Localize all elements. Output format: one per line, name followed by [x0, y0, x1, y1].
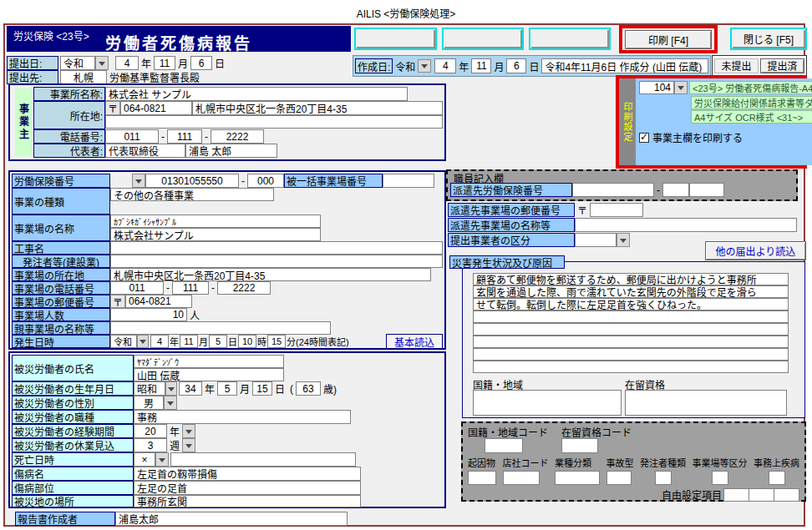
- injury-part-field[interactable]: 左足の足首: [134, 481, 361, 495]
- industry-code-field[interactable]: [555, 471, 600, 485]
- nationality-code-field[interactable]: [485, 438, 523, 453]
- creation-year-field[interactable]: 4: [434, 58, 456, 73]
- reporter-field[interactable]: 浦島太郎: [115, 512, 348, 526]
- insurance-branch-field[interactable]: 000: [247, 174, 284, 188]
- dispatch-insurance-field[interactable]: [572, 183, 654, 197]
- workplace-tel1-field[interactable]: 011: [110, 281, 164, 295]
- chevron-down-icon[interactable]: [137, 335, 149, 348]
- chevron-down-icon[interactable]: [182, 438, 195, 452]
- checkbox-checked-icon[interactable]: [639, 133, 649, 143]
- death-flag-field[interactable]: ×: [134, 452, 155, 467]
- nationality-field[interactable]: [473, 390, 622, 416]
- workplace-address-field[interactable]: 札幌市中央区北一条西20丁目4-35: [110, 268, 431, 281]
- employer-rep-title-field[interactable]: 代表取締役: [105, 144, 185, 158]
- dispatch-name-field[interactable]: [575, 218, 797, 232]
- employer-tel2-field[interactable]: 111: [167, 129, 202, 144]
- accident-line[interactable]: せて転倒。転倒した際に左足足首を強くひねった。: [473, 298, 789, 310]
- print-form-no-field[interactable]: 104: [639, 81, 674, 94]
- workplace-postal-field[interactable]: 064-0821: [125, 295, 192, 308]
- employer-address2-field[interactable]: [105, 115, 443, 129]
- residence-code-field[interactable]: [561, 438, 598, 453]
- occurrence-hour-field[interactable]: 10: [238, 335, 256, 348]
- chevron-down-icon[interactable]: [674, 81, 688, 94]
- accident-place-field[interactable]: 事務所玄関: [134, 495, 361, 507]
- victim-age-field[interactable]: 63: [296, 381, 321, 396]
- victim-gender-field[interactable]: 男: [134, 396, 164, 410]
- victim-name-field[interactable]: 山田 伝蔵: [134, 368, 284, 381]
- occurrence-minute-field[interactable]: 15: [267, 335, 286, 348]
- print-button[interactable]: 印刷 [F4]: [625, 30, 712, 49]
- chevron-down-icon[interactable]: [155, 452, 169, 467]
- submission-month-field[interactable]: 11: [154, 56, 175, 70]
- free-setting-field-1[interactable]: [723, 488, 749, 502]
- injury-name-field[interactable]: 左足首の靱帯損傷: [134, 467, 361, 481]
- batch-no-field[interactable]: [383, 174, 434, 188]
- accident-line[interactable]: 顧客あて郵便物を郵送するため、郵便局に出かけようと事務所: [473, 273, 789, 285]
- load-other-report-button[interactable]: 他の届出より読込: [705, 241, 806, 260]
- dispatch-insurance-sub1-field[interactable]: [662, 183, 689, 197]
- chevron-down-icon[interactable]: [182, 424, 195, 438]
- employer-name-field[interactable]: 株式会社 サンプル: [105, 87, 408, 101]
- workplace-class-code-field[interactable]: [712, 471, 728, 485]
- workplace-tel3-field[interactable]: 2222: [217, 281, 271, 295]
- toolbar-button-1[interactable]: [354, 28, 437, 50]
- toolbar-button-2[interactable]: [442, 28, 524, 50]
- employer-rep-name-field[interactable]: 浦島 太郎: [185, 144, 277, 158]
- occurrence-month-field[interactable]: 11: [180, 335, 198, 348]
- creation-note-field[interactable]: 令和4年11月6日 作成分 (山田 伝蔵): [541, 58, 708, 73]
- dispatch-insurance-sub2-field[interactable]: [689, 183, 724, 197]
- accident-type-code-field[interactable]: [606, 471, 632, 485]
- insurance-no-field[interactable]: 01301055550: [145, 174, 239, 188]
- dispatch-postal-field[interactable]: [590, 203, 643, 217]
- parent-workplace-field[interactable]: [110, 321, 331, 335]
- victim-experience-field[interactable]: 20: [134, 424, 167, 438]
- chevron-down-icon[interactable]: [418, 59, 431, 73]
- free-setting-field-2[interactable]: [749, 488, 774, 502]
- accident-line[interactable]: [473, 310, 789, 323]
- victim-birth-month-field[interactable]: 5: [217, 381, 237, 396]
- workplace-name-kana-field[interactable]: ｶﾌﾞｼｷｶﾞｲｼｬｻﾝﾌﾟﾙ: [110, 215, 321, 228]
- chevron-down-icon[interactable]: [95, 56, 109, 70]
- workplace-count-field[interactable]: 10: [110, 308, 187, 321]
- victim-name-kana-field[interactable]: ﾔﾏﾀﾞﾃﾞﾝｿﾞｳ: [134, 355, 284, 368]
- status-submitted-button[interactable]: 提出済: [760, 58, 804, 73]
- chevron-down-icon[interactable]: [164, 396, 177, 410]
- chevron-down-icon[interactable]: [617, 233, 630, 247]
- workplace-tel2-field[interactable]: 111: [172, 281, 209, 295]
- chevron-down-icon[interactable]: [165, 381, 177, 396]
- employer-address-field[interactable]: 札幌市中央区北一条西20丁目4-35: [192, 101, 443, 115]
- occurrence-day-field[interactable]: 5: [209, 335, 227, 348]
- employer-postal-field[interactable]: 064-0821: [120, 101, 192, 115]
- work-disease-code-field[interactable]: [769, 471, 785, 485]
- submission-day-field[interactable]: 6: [190, 56, 212, 70]
- submitter-category-field[interactable]: [575, 233, 617, 247]
- basic-load-button[interactable]: 基本読込: [386, 334, 443, 349]
- submission-dest-office-field[interactable]: 札幌: [60, 70, 107, 84]
- construction-field[interactable]: [110, 241, 443, 255]
- orderer-field[interactable]: [110, 255, 443, 268]
- submission-year-field[interactable]: 4: [115, 56, 139, 70]
- victim-birth-day-field[interactable]: 15: [252, 381, 272, 396]
- creation-month-field[interactable]: 11: [471, 58, 491, 73]
- status-unsubmitted-button[interactable]: 未提出: [714, 58, 759, 73]
- free-setting-field-3[interactable]: [774, 488, 799, 502]
- toolbar-button-3[interactable]: [529, 28, 611, 50]
- orderer-type-code-field[interactable]: [655, 471, 672, 485]
- cause-code-field[interactable]: [468, 471, 496, 485]
- workplace-name-field[interactable]: 株式会社サンプル: [110, 228, 321, 241]
- occurrence-era-field[interactable]: 令和: [110, 335, 137, 348]
- accident-line[interactable]: [473, 336, 789, 348]
- submission-era-field[interactable]: 令和: [60, 56, 95, 70]
- victim-birth-year-field[interactable]: 34: [179, 381, 202, 396]
- accident-line[interactable]: [473, 323, 789, 336]
- residence-field[interactable]: [625, 390, 787, 416]
- employer-tel1-field[interactable]: 011: [105, 129, 159, 144]
- victim-birth-era-field[interactable]: 昭和: [134, 381, 165, 396]
- victim-absence-field[interactable]: 3: [134, 438, 167, 452]
- branch-code-field[interactable]: [503, 471, 540, 485]
- death-datetime-field[interactable]: [170, 452, 356, 467]
- occurrence-year-field[interactable]: 4: [150, 335, 169, 348]
- accident-line[interactable]: 玄関を通過した際、雨で濡れていた玄関先の外階段で足を滑ら: [473, 285, 789, 298]
- accident-line[interactable]: [473, 361, 789, 373]
- creation-day-field[interactable]: 6: [506, 58, 526, 73]
